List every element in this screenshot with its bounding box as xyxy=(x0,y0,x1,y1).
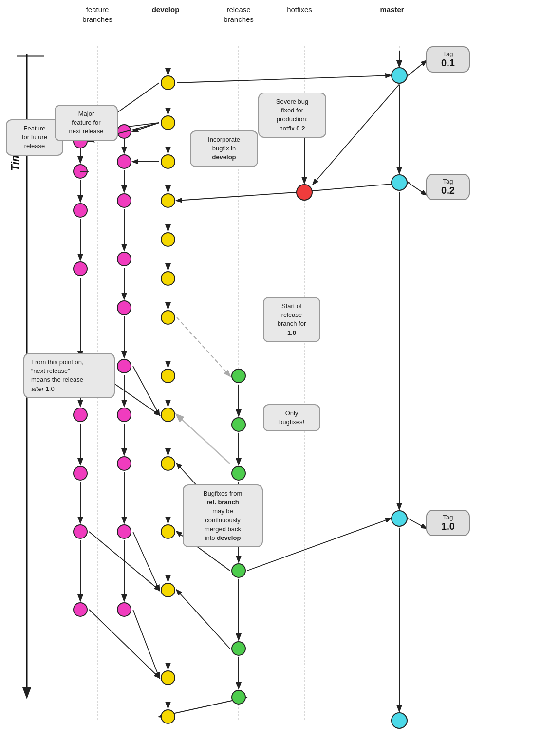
develop-node-14 xyxy=(161,710,175,723)
fb2-node-9 xyxy=(117,525,131,538)
develop-node-6 xyxy=(161,272,175,285)
svg-line-65 xyxy=(408,183,426,195)
fb2-node-7 xyxy=(117,408,131,422)
develop-node-2 xyxy=(161,116,175,130)
rel-node-7 xyxy=(232,690,245,704)
tag-02: Tag 0.2 xyxy=(426,174,470,200)
hotfix-node-1 xyxy=(297,185,312,200)
fb1-node-9 xyxy=(74,603,87,616)
develop-node-7 xyxy=(161,311,175,324)
fb1-node-8 xyxy=(74,525,87,538)
svg-line-67 xyxy=(177,75,391,83)
fb1-node-6 xyxy=(74,408,87,422)
tag-10: Tag 1.0 xyxy=(426,510,470,536)
callout-next-release: From this point on, “next release” means… xyxy=(23,353,115,398)
master-node-3 xyxy=(392,511,407,526)
fb2-node-10 xyxy=(117,603,131,616)
svg-line-66 xyxy=(408,519,426,528)
svg-line-64 xyxy=(408,61,426,75)
develop-node-1 xyxy=(161,76,175,90)
rel-node-3 xyxy=(232,466,245,480)
master-node-2 xyxy=(392,175,407,190)
svg-line-62 xyxy=(177,192,296,201)
fb2-node-1 xyxy=(117,125,131,138)
develop-node-5 xyxy=(161,233,175,246)
rel-node-6 xyxy=(232,642,245,655)
diagram-container: featurebranches develop releasebranches … xyxy=(0,0,560,742)
fb2-node-6 xyxy=(117,359,131,373)
rel-node-2 xyxy=(232,418,245,431)
develop-node-13 xyxy=(161,671,175,685)
develop-node-11 xyxy=(161,525,175,538)
fb2-node-2 xyxy=(117,155,131,168)
fb2-node-5 xyxy=(117,301,131,315)
develop-node-9 xyxy=(161,408,175,422)
fb1-node-4 xyxy=(74,262,87,276)
fb2-node-8 xyxy=(117,457,131,470)
develop-node-12 xyxy=(161,583,175,597)
svg-line-60 xyxy=(133,532,159,590)
develop-node-4 xyxy=(161,194,175,207)
callout-major-feature: Majorfeature fornext release xyxy=(55,105,118,141)
svg-line-61 xyxy=(177,317,230,376)
master-node-4 xyxy=(392,713,407,728)
svg-line-69 xyxy=(177,415,230,464)
rel-node-1 xyxy=(232,369,245,383)
svg-line-57 xyxy=(89,610,159,678)
tag-01: Tag 0.1 xyxy=(426,46,470,73)
svg-line-72 xyxy=(177,590,230,649)
develop-node-8 xyxy=(161,369,175,383)
fb1-node-7 xyxy=(74,466,87,480)
fb1-node-3 xyxy=(74,204,87,217)
callout-incorporate-bugfix: Incorporatebugfix indevelop xyxy=(190,130,258,167)
callout-severe-bug: Severe bugfixed forproduction:hotfix 0.2 xyxy=(258,93,326,138)
svg-line-56 xyxy=(133,366,159,415)
svg-line-58 xyxy=(133,610,159,678)
svg-line-68 xyxy=(247,519,391,571)
rel-node-5 xyxy=(232,564,245,577)
callout-bugfixes-merged: Bugfixes from rel. branch may be continu… xyxy=(183,484,263,547)
develop-node-10 xyxy=(161,457,175,470)
fb2-node-3 xyxy=(117,194,131,207)
callout-only-bugfixes: Onlybugfixes! xyxy=(263,404,320,431)
develop-node-3 xyxy=(161,155,175,168)
fb2-node-4 xyxy=(117,252,131,266)
callout-start-release: Start ofreleasebranch for1.0 xyxy=(263,297,320,342)
master-node-1 xyxy=(392,68,407,83)
